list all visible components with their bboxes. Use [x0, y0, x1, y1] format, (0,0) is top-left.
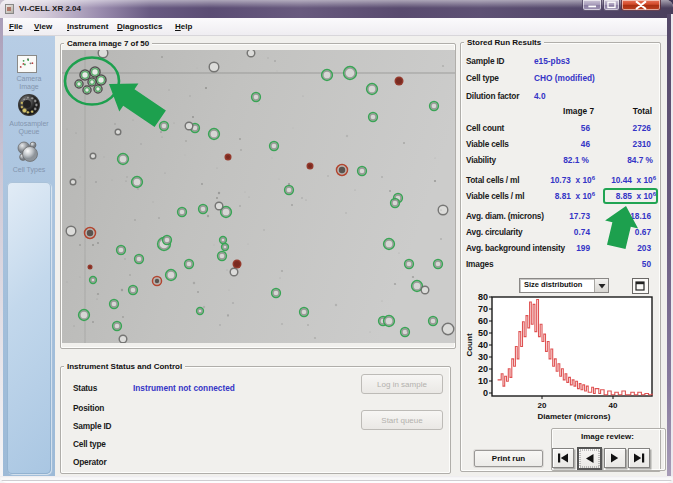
svg-text:60: 60 — [478, 316, 488, 326]
svg-text:10: 10 — [478, 376, 488, 386]
svg-text:20: 20 — [538, 401, 547, 410]
svg-text:Count: Count — [465, 333, 474, 356]
svg-text:40: 40 — [478, 340, 488, 350]
svg-text:20: 20 — [478, 364, 488, 374]
svg-text:Diameter (microns): Diameter (microns) — [538, 412, 611, 421]
svg-text:80: 80 — [478, 292, 488, 302]
svg-text:70: 70 — [478, 304, 488, 314]
svg-text:50: 50 — [478, 328, 488, 338]
svg-text:0: 0 — [483, 388, 488, 398]
svg-text:30: 30 — [478, 352, 488, 362]
svg-text:40: 40 — [609, 401, 618, 410]
